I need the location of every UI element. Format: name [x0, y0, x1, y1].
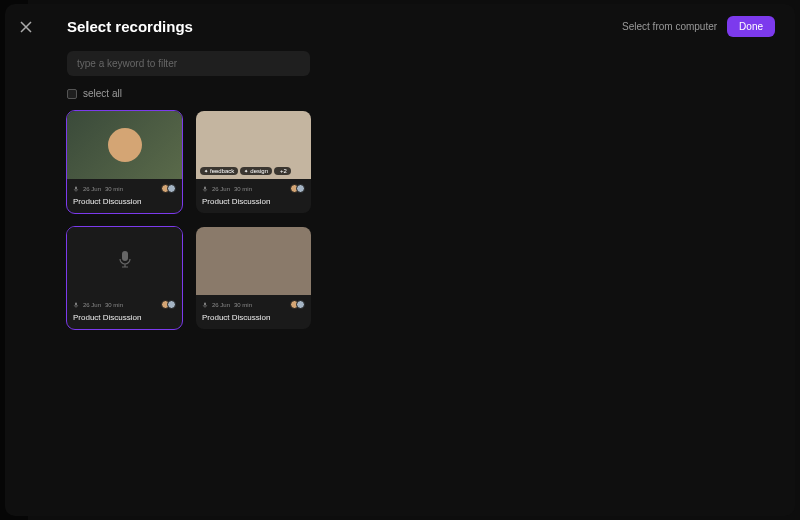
tag-badge: feedback [200, 167, 238, 175]
recording-duration: 30 min [234, 302, 252, 308]
recording-date: 26 Jun [212, 186, 230, 192]
recording-title: Product Discussion [202, 313, 305, 322]
close-icon[interactable] [19, 20, 33, 34]
recordings-grid: 26 Jun 30 min Product Discussion feedbac… [67, 111, 775, 329]
select-all-label: select all [83, 88, 122, 99]
recording-thumbnail: feedback design +2 [196, 111, 311, 179]
participant-avatars [161, 184, 176, 193]
svg-rect-3 [75, 302, 77, 305]
select-all-checkbox[interactable]: select all [67, 88, 775, 99]
svg-rect-1 [204, 186, 206, 189]
tag-count-badge: +2 [274, 167, 291, 175]
recording-thumbnail [67, 227, 182, 295]
recording-duration: 30 min [105, 302, 123, 308]
recording-card[interactable]: 26 Jun 30 min Product Discussion [67, 227, 182, 329]
select-recordings-modal: Select recordings Select from computer D… [5, 4, 795, 516]
recording-thumbnail [67, 111, 182, 179]
recording-duration: 30 min [105, 186, 123, 192]
recording-title: Product Discussion [73, 197, 176, 206]
search-input[interactable] [67, 51, 310, 76]
recording-card[interactable]: 26 Jun 30 min Product Discussion [67, 111, 182, 213]
recording-card[interactable]: 26 Jun 30 min Product Discussion [196, 227, 311, 329]
participant-avatars [290, 300, 305, 309]
modal-title: Select recordings [67, 18, 193, 35]
mic-icon [73, 186, 79, 192]
recording-thumbnail [196, 227, 311, 295]
recording-date: 26 Jun [212, 302, 230, 308]
recording-card[interactable]: feedback design +2 26 Jun 30 min [196, 111, 311, 213]
done-button[interactable]: Done [727, 16, 775, 37]
mic-icon [73, 302, 79, 308]
audio-only-icon [117, 249, 133, 273]
participant-avatars [161, 300, 176, 309]
mic-icon [202, 186, 208, 192]
recording-duration: 30 min [234, 186, 252, 192]
svg-rect-4 [204, 302, 206, 305]
person-avatar [196, 227, 311, 295]
tag-badge: design [240, 167, 272, 175]
mic-icon [202, 302, 208, 308]
recording-title: Product Discussion [202, 197, 305, 206]
recording-date: 26 Jun [83, 186, 101, 192]
select-from-computer-button[interactable]: Select from computer [622, 21, 717, 32]
svg-rect-0 [75, 186, 77, 189]
participant-avatars [290, 184, 305, 193]
checkbox-icon [67, 89, 77, 99]
svg-rect-2 [122, 251, 128, 261]
person-avatar [108, 128, 142, 162]
recording-title: Product Discussion [73, 313, 176, 322]
recording-date: 26 Jun [83, 302, 101, 308]
